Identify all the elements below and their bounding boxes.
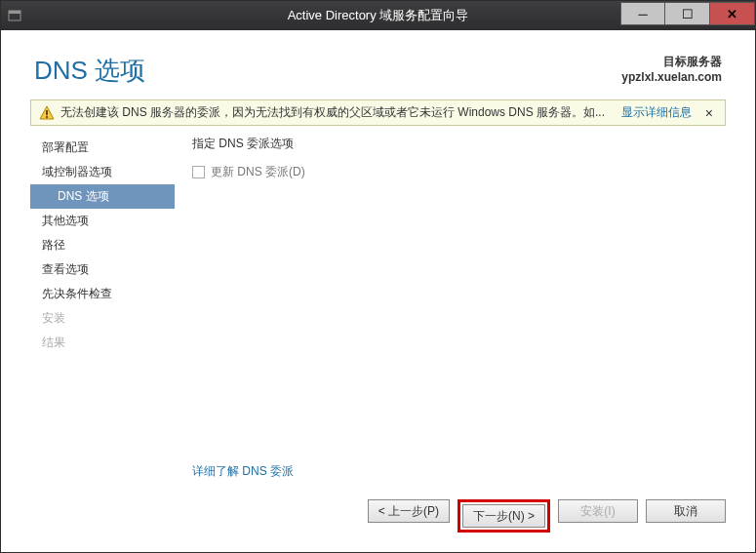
update-dns-delegation-label: 更新 DNS 委派(D) (211, 164, 305, 180)
target-server-block: 目标服务器 ypzlxl.xuelan.com (621, 54, 722, 84)
warning-details-link[interactable]: 显示详细信息 (621, 104, 692, 121)
spacer (192, 180, 726, 463)
window-controls: ─ ☐ ✕ (620, 6, 755, 25)
footer: < 上一步(P) 下一步(N) > 安装(I) 取消 (3, 488, 753, 550)
warning-bar: 无法创建该 DNS 服务器的委派，因为无法找到有权威的父区域或者它未运行 Win… (30, 99, 726, 126)
body: 部署配置 域控制器选项 DNS 选项 其他选项 路径 查看选项 先决条件检查 安… (3, 134, 753, 488)
install-button: 安装(I) (558, 499, 638, 523)
next-button[interactable]: 下一步(N) > (462, 504, 545, 528)
minimize-button[interactable]: ─ (620, 2, 665, 25)
maximize-button[interactable]: ☐ (665, 2, 710, 25)
next-button-highlight: 下一步(N) > (458, 499, 550, 533)
sidebar-item-dc-options[interactable]: 域控制器选项 (30, 160, 175, 184)
sidebar-item-other-options[interactable]: 其他选项 (30, 209, 175, 233)
main-panel: 指定 DNS 委派选项 更新 DNS 委派(D) 详细了解 DNS 委派 (175, 134, 726, 488)
svg-rect-3 (46, 110, 48, 115)
page-title: DNS 选项 (34, 54, 145, 88)
warning-text: 无法创建该 DNS 服务器的委派，因为无法找到有权威的父区域或者它未运行 Win… (60, 104, 612, 121)
svg-rect-1 (9, 11, 20, 14)
sidebar-item-prereq-check[interactable]: 先决条件检查 (30, 282, 175, 306)
wizard-window: Active Directory 域服务配置向导 ─ ☐ ✕ DNS 选项 目标… (0, 0, 756, 553)
titlebar: Active Directory 域服务配置向导 ─ ☐ ✕ (1, 1, 755, 30)
window-title: Active Directory 域服务配置向导 (288, 7, 469, 24)
target-server-name: ypzlxl.xuelan.com (621, 70, 722, 84)
update-dns-delegation-row: 更新 DNS 委派(D) (192, 164, 726, 180)
cancel-button[interactable]: 取消 (646, 499, 726, 523)
sidebar: 部署配置 域控制器选项 DNS 选项 其他选项 路径 查看选项 先决条件检查 安… (30, 134, 175, 488)
svg-rect-4 (46, 116, 48, 118)
sidebar-item-dns-options[interactable]: DNS 选项 (30, 184, 175, 209)
previous-button[interactable]: < 上一步(P) (368, 499, 450, 523)
client-area: DNS 选项 目标服务器 ypzlxl.xuelan.com 无法创建该 DNS… (1, 30, 755, 552)
warning-close-button[interactable]: × (701, 105, 717, 121)
close-button[interactable]: ✕ (710, 2, 755, 25)
section-label: 指定 DNS 委派选项 (192, 136, 726, 152)
sidebar-item-paths[interactable]: 路径 (30, 233, 175, 257)
target-server-label: 目标服务器 (621, 54, 722, 70)
learn-more-link[interactable]: 详细了解 DNS 委派 (192, 463, 726, 480)
header: DNS 选项 目标服务器 ypzlxl.xuelan.com (3, 32, 753, 99)
sidebar-item-results: 结果 (30, 331, 175, 355)
sidebar-item-deployment-config[interactable]: 部署配置 (30, 136, 175, 160)
sidebar-item-install: 安装 (30, 306, 175, 331)
sidebar-item-review[interactable]: 查看选项 (30, 257, 175, 282)
app-icon (1, 1, 28, 30)
warning-icon (39, 105, 55, 121)
update-dns-delegation-checkbox[interactable] (192, 166, 205, 178)
